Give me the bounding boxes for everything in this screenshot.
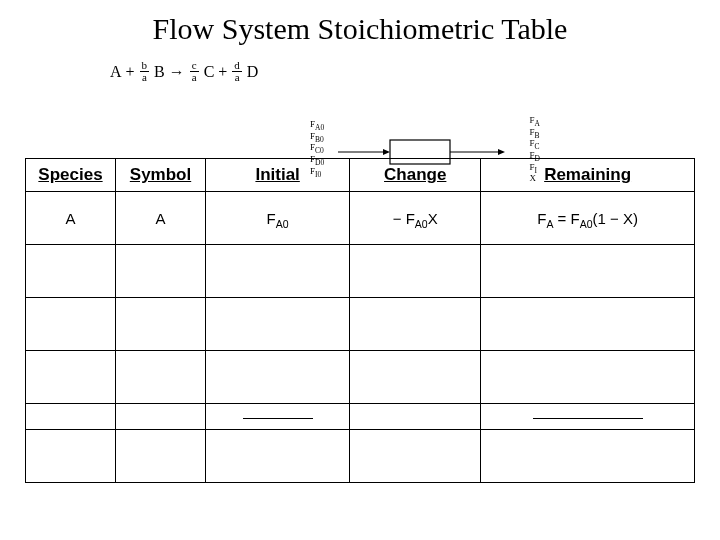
- svg-marker-4: [498, 149, 505, 155]
- cell-sep-species: [26, 404, 116, 430]
- table-row-sep: [26, 404, 695, 430]
- hdr-remaining: Remaining: [481, 159, 695, 192]
- cell-A-symbol: A: [116, 192, 206, 245]
- cell-sep-change: [350, 404, 481, 430]
- plus-2: +: [218, 63, 227, 81]
- cell-B-remaining: [481, 245, 695, 298]
- cell-B-initial: [206, 245, 350, 298]
- equation-area: A + b a B → c a C + d a D FA0 FB0: [110, 60, 610, 140]
- cell-C-change: [350, 298, 481, 351]
- stoichiometric-table: Species Symbol Initial Change Remaining …: [25, 158, 695, 483]
- hdr-initial: Initial: [206, 159, 350, 192]
- cell-sep-symbol: [116, 404, 206, 430]
- cell-T-initial: [206, 430, 350, 483]
- cell-A-species: A: [26, 192, 116, 245]
- table-row-C: [26, 298, 695, 351]
- cell-sep-remaining: [481, 404, 695, 430]
- cell-D-change: [350, 351, 481, 404]
- cell-D-species: [26, 351, 116, 404]
- table-header-row: Species Symbol Initial Change Remaining: [26, 159, 695, 192]
- cell-D-initial: [206, 351, 350, 404]
- hdr-species: Species: [26, 159, 116, 192]
- sym-B: B: [154, 63, 165, 81]
- cell-D-symbol: [116, 351, 206, 404]
- out-FA: FA: [530, 116, 540, 128]
- cell-A-remaining: FA = FA0(1 − X): [481, 192, 695, 245]
- cell-A-initial: FA0: [206, 192, 350, 245]
- frac-ca: c a: [190, 60, 199, 83]
- cell-T-species: [26, 430, 116, 483]
- hdr-symbol: Symbol: [116, 159, 206, 192]
- cell-C-remaining: [481, 298, 695, 351]
- cell-C-symbol: [116, 298, 206, 351]
- frac-ba: b a: [140, 60, 150, 83]
- arrow: →: [169, 63, 185, 81]
- cell-B-species: [26, 245, 116, 298]
- table-row-B: [26, 245, 695, 298]
- cell-T-remaining: [481, 430, 695, 483]
- cell-T-change: [350, 430, 481, 483]
- svg-marker-1: [383, 149, 390, 155]
- in-FA0: FA0: [310, 120, 324, 132]
- plus-1: +: [126, 63, 135, 81]
- frac-da: d a: [232, 60, 242, 83]
- table-row-total: [26, 430, 695, 483]
- reaction-equation: A + b a B → c a C + d a D: [110, 60, 610, 83]
- cell-T-symbol: [116, 430, 206, 483]
- cell-sep-initial: [206, 404, 350, 430]
- cell-C-initial: [206, 298, 350, 351]
- sym-C: C: [204, 63, 215, 81]
- table-row-D: [26, 351, 695, 404]
- rule-initial: [243, 418, 313, 419]
- page-title: Flow System Stoichiometric Table: [0, 12, 720, 46]
- cell-C-species: [26, 298, 116, 351]
- table-row-A: A A FA0 − FA0X FA = FA0(1 − X): [26, 192, 695, 245]
- cell-B-change: [350, 245, 481, 298]
- rule-remaining: [533, 418, 643, 419]
- frac-da-den: a: [233, 72, 242, 83]
- cell-A-change: − FA0X: [350, 192, 481, 245]
- frac-ca-den: a: [190, 72, 199, 83]
- cell-D-remaining: [481, 351, 695, 404]
- hdr-change: Change: [350, 159, 481, 192]
- cell-B-symbol: [116, 245, 206, 298]
- sym-D: D: [247, 63, 259, 81]
- sym-A: A: [110, 63, 122, 81]
- slide-root: Flow System Stoichiometric Table A + b a…: [0, 0, 720, 540]
- frac-ba-den: a: [140, 72, 149, 83]
